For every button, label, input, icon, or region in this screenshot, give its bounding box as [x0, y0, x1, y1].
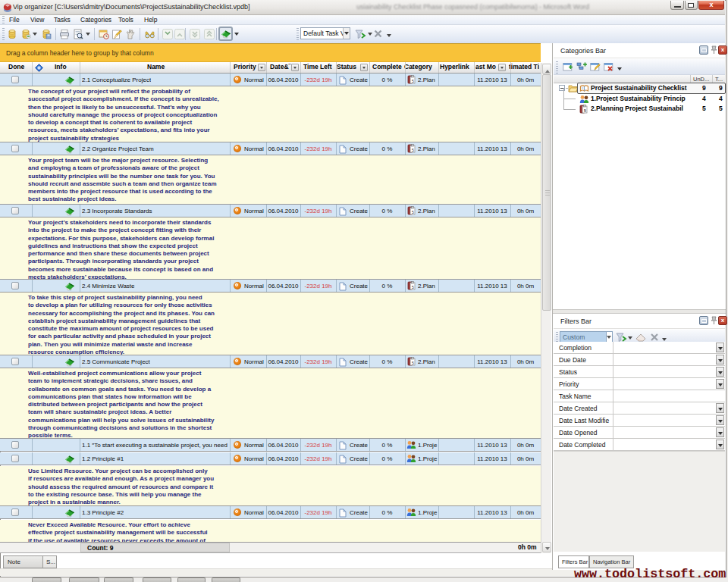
svg-text:5: 5: [412, 79, 414, 83]
svg-text:5: 5: [412, 285, 414, 289]
svg-text:5: 5: [412, 148, 414, 152]
svg-text:5: 5: [412, 361, 414, 365]
svg-text:5: 5: [412, 210, 414, 214]
svg-text:5: 5: [584, 108, 586, 113]
